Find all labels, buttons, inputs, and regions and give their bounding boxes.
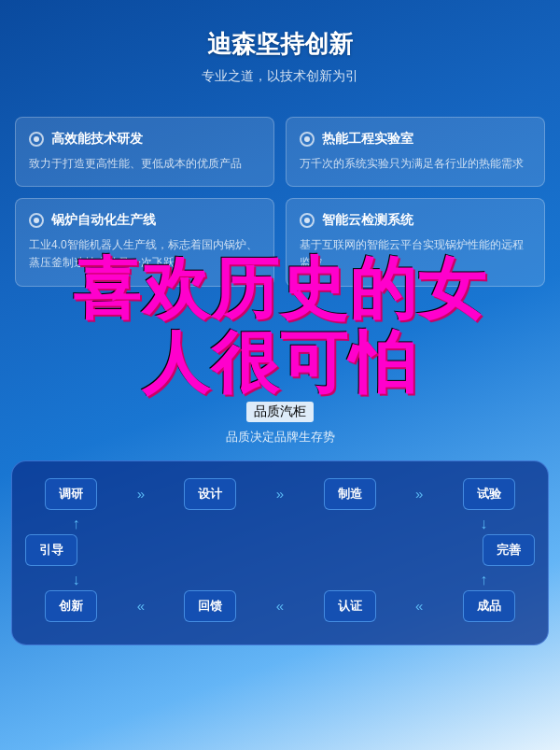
flow-row-2: 引导 完善 <box>25 534 535 566</box>
arrow-5: « <box>276 598 284 614</box>
flow-node-yindao: 引导 <box>25 534 77 566</box>
card-1: 高效能技术研发 致力于打造更高性能、更低成本的优质产品 <box>15 117 274 187</box>
card-4: 智能云检测系统 基于互联网的智能云平台实现锅炉性能的远程监控 <box>286 198 545 286</box>
card-2-desc: 万千次的系统实验只为满足各行业的热能需求 <box>300 155 531 173</box>
brand-text: 品质决定品牌生存势 <box>19 429 541 446</box>
down-arrow-left: ↓ <box>52 572 101 588</box>
main-title: 迪森坚持创新 <box>19 28 541 61</box>
card-1-header: 高效能技术研发 <box>29 131 260 148</box>
brand-section: 品质决定品牌生存势 <box>0 421 560 451</box>
card-3-title: 锅炉自动化生产线 <box>51 212 156 229</box>
header-section: 迪森坚持创新 专业之道，以技术创新为引 <box>0 0 560 104</box>
flow-section: 调研 » 设计 » 制造 » 试验 ↑ ↓ 引导 完善 ↓ ↑ 创新 « 回馈 … <box>11 460 549 645</box>
flow-node-chuangxin: 创新 <box>45 590 97 622</box>
card-3-desc: 工业4.0智能机器人生产线，标志着国内锅炉、蒸压釜制造技术的又一次飞跃 <box>29 236 260 272</box>
up-arrow-left: ↑ <box>52 516 101 532</box>
flow-node-shiyan: 试验 <box>463 478 515 510</box>
down-arrow-right: ↓ <box>459 516 508 532</box>
flow-node-renzheng: 认证 <box>324 590 376 622</box>
card-4-header: 智能云检测系统 <box>300 212 531 229</box>
arrow-1: » <box>137 486 145 502</box>
arrow-4: « <box>137 598 145 614</box>
flow-node-sheji: 设计 <box>184 478 236 510</box>
card-4-title: 智能云检测系统 <box>322 212 413 229</box>
card-3: 锅炉自动化生产线 工业4.0智能机器人生产线，标志着国内锅炉、蒸压釜制造技术的又… <box>15 198 274 286</box>
card-2: 热能工程实验室 万千次的系统实验只为满足各行业的热能需求 <box>286 117 545 187</box>
flow-node-wanshan: 完善 <box>483 534 535 566</box>
flow-node-zhizao: 制造 <box>324 478 376 510</box>
card-1-icon <box>29 132 44 147</box>
sub-title: 专业之道，以技术创新为引 <box>19 68 541 85</box>
flow-node-huikui: 回馈 <box>184 590 236 622</box>
card-4-icon <box>300 213 315 228</box>
card-3-icon <box>29 213 44 228</box>
flow-node-chengpin: 成品 <box>463 590 515 622</box>
card-1-desc: 致力于打造更高性能、更低成本的优质产品 <box>29 155 260 173</box>
card-3-header: 锅炉自动化生产线 <box>29 212 260 229</box>
up-arrow-right: ↑ <box>459 572 508 588</box>
feature-cards: 高效能技术研发 致力于打造更高性能、更低成本的优质产品 热能工程实验室 万千次的… <box>0 104 560 300</box>
overlay-badge: 品质汽柜 <box>246 402 314 422</box>
flow-node-diaoyan: 调研 <box>45 478 97 510</box>
vert-arrows-1: ↑ ↓ <box>25 516 535 532</box>
flow-row-1: 调研 » 设计 » 制造 » 试验 <box>25 478 535 510</box>
vert-arrows-2: ↓ ↑ <box>25 572 535 588</box>
card-2-header: 热能工程实验室 <box>300 131 531 148</box>
arrow-3: » <box>415 486 423 502</box>
arrow-6: « <box>415 598 423 614</box>
card-2-title: 热能工程实验室 <box>322 131 413 148</box>
arrow-2: » <box>276 486 284 502</box>
flow-row-3: 创新 « 回馈 « 认证 « 成品 <box>25 590 535 622</box>
card-2-icon <box>300 132 315 147</box>
card-1-title: 高效能技术研发 <box>51 131 143 148</box>
card-4-desc: 基于互联网的智能云平台实现锅炉性能的远程监控 <box>300 236 531 272</box>
